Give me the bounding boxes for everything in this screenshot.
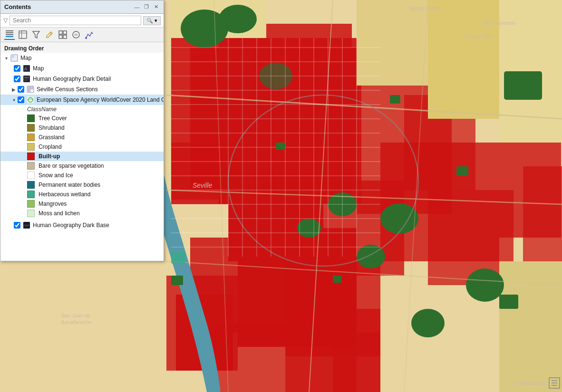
legend-item-shrubland[interactable]: Shrubland bbox=[0, 123, 164, 133]
layer-item-hg-dark-base[interactable]: Human Geography Dark Base bbox=[0, 220, 164, 230]
cropland-swatch bbox=[27, 143, 35, 151]
legend-item-moss[interactable]: Moss and lichen bbox=[0, 209, 164, 218]
water-swatch bbox=[27, 181, 35, 189]
snow-label: Snow and Ice bbox=[39, 172, 73, 179]
spacer2 bbox=[10, 75, 14, 83]
expand-arrow-map[interactable]: ▾ bbox=[2, 54, 10, 62]
svg-rect-88 bbox=[6, 36, 13, 37]
svg-text:Campo Rico: Campo Rico bbox=[464, 33, 493, 39]
edit-button[interactable] bbox=[44, 29, 55, 40]
seville-census-icon bbox=[26, 85, 35, 94]
bare-label: Bare or sparse vegetation bbox=[39, 163, 104, 169]
checkbox-hg-dark-detail[interactable] bbox=[14, 76, 20, 82]
legend-item-mangroves[interactable]: Mangroves bbox=[0, 199, 164, 209]
svg-rect-71 bbox=[171, 276, 183, 285]
contents-panel: Contents — ❐ ✕ ▽ 🔍 ▾ bbox=[0, 0, 164, 261]
grassland-swatch bbox=[27, 134, 35, 141]
legend-item-cropland[interactable]: Cropland bbox=[0, 142, 164, 152]
svg-point-31 bbox=[466, 268, 504, 302]
svg-rect-104 bbox=[11, 55, 14, 58]
svg-rect-94 bbox=[21, 31, 22, 38]
legend-item-water[interactable]: Permanent water bodies bbox=[0, 180, 164, 190]
checkbox-hg-dark-base[interactable] bbox=[14, 222, 20, 229]
grassland-label: Grassland bbox=[39, 134, 65, 141]
search-go-button[interactable]: 🔍 ▾ bbox=[143, 16, 161, 25]
legend-item-wetland[interactable]: Herbaceous wetland bbox=[0, 190, 164, 199]
filter-icon: ▽ bbox=[3, 17, 8, 24]
esa-worldcover-icon bbox=[26, 96, 35, 104]
esa-worldcover-text: European Space Agency WorldCover 2020 La… bbox=[37, 96, 164, 103]
svg-text:Seville: Seville bbox=[193, 182, 212, 189]
legend-item-built-up[interactable]: Built-up bbox=[0, 152, 164, 161]
svg-rect-91 bbox=[6, 30, 13, 31]
map-label: Map bbox=[20, 55, 31, 61]
svg-rect-100 bbox=[63, 35, 67, 38]
panel-header: Contents — ❐ ✕ bbox=[0, 0, 164, 14]
svg-rect-72 bbox=[276, 143, 285, 150]
svg-text:Urbanización: Urbanización bbox=[514, 380, 545, 386]
minimize-button[interactable]: — bbox=[133, 3, 141, 11]
seville-census-text: Seville Census Sections bbox=[37, 86, 98, 93]
svg-rect-97 bbox=[59, 31, 62, 34]
analysis-button[interactable] bbox=[84, 29, 95, 40]
group-button[interactable] bbox=[58, 29, 68, 40]
svg-point-33 bbox=[411, 309, 445, 337]
restore-button[interactable]: ❐ bbox=[143, 3, 150, 11]
tree-cover-label: Tree Cover bbox=[39, 115, 67, 122]
drawing-order-label: Drawing Order bbox=[0, 42, 164, 53]
legend-item-grassland[interactable]: Grassland bbox=[0, 133, 164, 142]
list-view-button[interactable] bbox=[4, 29, 15, 40]
filter-view-button[interactable] bbox=[31, 29, 41, 40]
shrubland-label: Shrubland bbox=[39, 124, 65, 131]
svg-text:San Juan de: San Juan de bbox=[61, 313, 90, 318]
svg-rect-99 bbox=[59, 35, 62, 38]
svg-rect-36 bbox=[499, 295, 518, 309]
legend-item-tree-cover[interactable]: Tree Cover bbox=[0, 114, 164, 123]
svg-rect-110 bbox=[24, 80, 27, 81]
svg-point-102 bbox=[85, 37, 87, 39]
legend-item-snow[interactable]: Snow and Ice bbox=[0, 171, 164, 180]
layer-item-esa-worldcover[interactable]: ▾ European Space Agency WorldCover 2020 … bbox=[0, 95, 164, 105]
layer-item-hg-dark-detail[interactable]: Human Geography Dark Detail bbox=[0, 74, 164, 84]
svg-marker-95 bbox=[33, 31, 39, 38]
table-view-button[interactable] bbox=[18, 29, 28, 40]
toolbar bbox=[0, 28, 164, 42]
checkbox-hg-dark-label[interactable] bbox=[14, 65, 20, 72]
svg-point-34 bbox=[297, 219, 321, 238]
svg-point-38 bbox=[380, 203, 418, 234]
symbol-button[interactable] bbox=[71, 29, 81, 40]
svg-text:A: A bbox=[24, 67, 27, 71]
hg-dark-detail-icon bbox=[22, 75, 31, 83]
layer-item-map[interactable]: ▾ Map bbox=[0, 53, 164, 63]
layer-tree[interactable]: ▾ Map A Map Human Geography Dark Detail bbox=[0, 53, 164, 261]
checkbox-seville-census[interactable] bbox=[18, 86, 24, 93]
svg-rect-76 bbox=[171, 252, 185, 264]
hg-dark-detail-text: Human Geography Dark Detail bbox=[33, 76, 111, 82]
expand-arrow-census[interactable]: ▶ bbox=[10, 86, 18, 93]
hg-dark-base-icon bbox=[22, 221, 31, 229]
mangroves-swatch bbox=[27, 200, 35, 208]
checkbox-esa-worldcover[interactable] bbox=[18, 96, 24, 103]
search-input[interactable] bbox=[10, 16, 141, 25]
layer-item-hg-dark-label[interactable]: A Map bbox=[0, 63, 164, 74]
map-layer-icon bbox=[10, 54, 19, 62]
spacer3 bbox=[10, 221, 14, 229]
snow-swatch bbox=[27, 172, 35, 179]
panel-title: Contents bbox=[4, 3, 31, 10]
hg-dark-label-text: Map bbox=[33, 65, 44, 72]
shrubland-swatch bbox=[27, 124, 35, 132]
svg-rect-92 bbox=[19, 31, 27, 38]
built-up-swatch bbox=[27, 153, 35, 160]
svg-rect-74 bbox=[390, 95, 400, 104]
expand-arrow-esa[interactable]: ▾ bbox=[10, 96, 18, 104]
spacer bbox=[10, 65, 14, 72]
mangroves-label: Mangroves bbox=[39, 201, 67, 207]
svg-rect-30 bbox=[504, 71, 542, 100]
layer-item-seville-census[interactable]: ▶ Seville Census Sections bbox=[0, 84, 164, 95]
tree-cover-swatch bbox=[27, 115, 35, 122]
svg-rect-75 bbox=[456, 166, 468, 176]
svg-rect-93 bbox=[19, 33, 27, 33]
legend-item-bare[interactable]: Bare or sparse vegetation bbox=[0, 161, 164, 171]
close-button[interactable]: ✕ bbox=[152, 3, 160, 11]
svg-rect-26 bbox=[499, 261, 562, 392]
